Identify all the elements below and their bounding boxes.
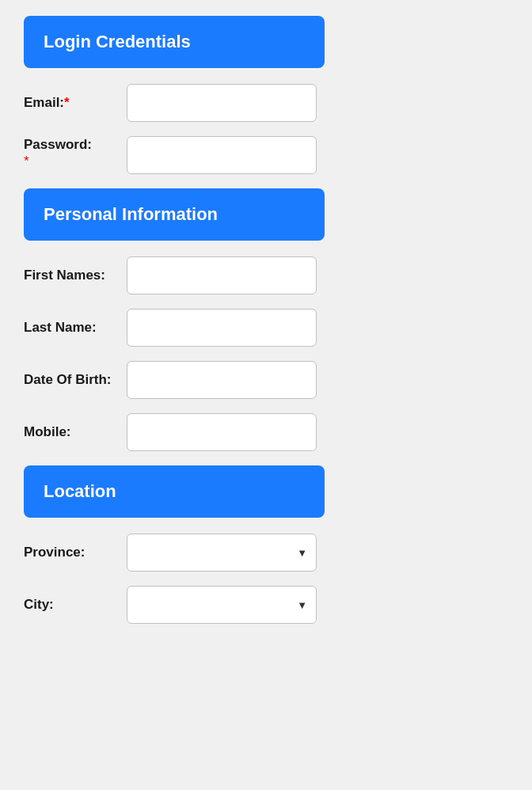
last-name-input[interactable]: [127, 309, 317, 347]
password-required-star: *: [24, 154, 127, 169]
password-label: Password:: [24, 136, 127, 154]
password-group: Password: *: [24, 136, 508, 174]
mobile-label: Mobile:: [24, 423, 127, 441]
province-label: Province:: [24, 544, 127, 561]
first-names-group: First Names:: [24, 256, 508, 294]
province-select-wrapper: [127, 534, 317, 572]
personal-information-header: Personal Information: [24, 188, 325, 241]
mobile-input[interactable]: [127, 413, 317, 451]
location-header: Location: [24, 465, 325, 518]
email-input[interactable]: [127, 84, 317, 122]
password-input[interactable]: [127, 136, 317, 174]
mobile-group: Mobile:: [24, 413, 508, 451]
dob-label: Date Of Birth:: [24, 371, 127, 389]
email-group: Email:*: [24, 84, 508, 122]
last-name-label: Last Name:: [24, 319, 127, 336]
login-credentials-header: Login Credentials: [24, 16, 325, 68]
first-names-label: First Names:: [24, 267, 127, 284]
dob-input[interactable]: [127, 361, 317, 399]
city-select-wrapper: [127, 586, 317, 624]
email-label: Email:*: [24, 94, 127, 112]
city-group: City:: [24, 586, 508, 624]
city-select[interactable]: [127, 586, 317, 624]
province-select[interactable]: [127, 534, 317, 572]
dob-group: Date Of Birth:: [24, 361, 508, 399]
last-name-group: Last Name:: [24, 309, 508, 347]
province-group: Province:: [24, 534, 508, 572]
city-label: City:: [24, 596, 127, 613]
first-names-input[interactable]: [127, 256, 317, 294]
